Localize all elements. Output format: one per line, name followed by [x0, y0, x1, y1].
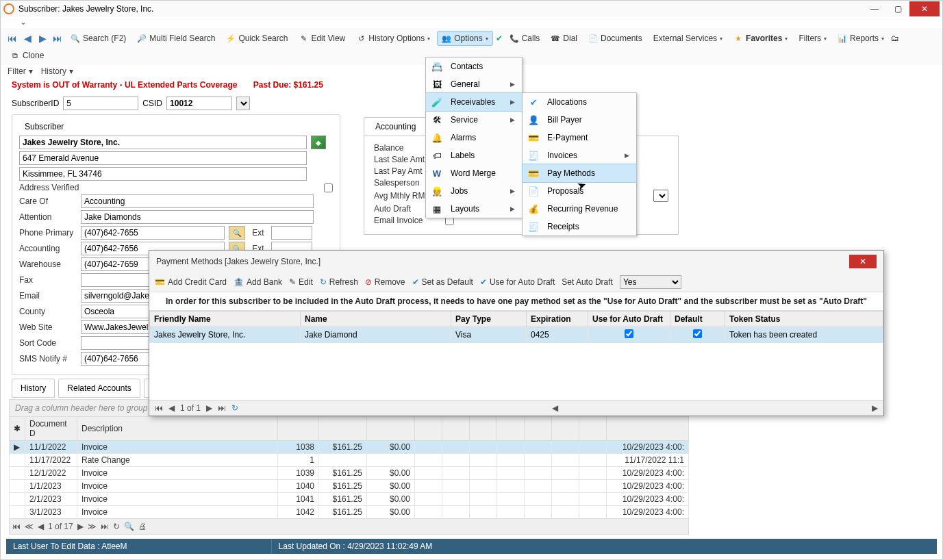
submenu-invoices[interactable]: 🧾Invoices▶ [523, 147, 636, 164]
pager-refresh-icon[interactable]: ↻ [113, 522, 120, 531]
history-dropdown[interactable]: History▾ [41, 66, 73, 76]
dial-button[interactable]: ☎Dial [546, 31, 581, 45]
dlg-pager-prev-icon[interactable]: ◀ [168, 403, 175, 413]
close-button[interactable]: ✕ [909, 1, 940, 16]
pager-prev-page-icon[interactable]: ≪ [25, 522, 34, 531]
address1-input[interactable] [19, 151, 307, 165]
menu-contacts[interactable]: 📇Contacts [426, 58, 522, 75]
history-row[interactable]: 3/1/2023Invoice1042$161.25$0.0010/29/202… [10, 506, 689, 519]
col-e2[interactable] [442, 417, 470, 441]
tab-history[interactable]: History [12, 379, 55, 398]
pager-print-icon[interactable]: 🖨 [138, 522, 147, 531]
submenu-epayment[interactable]: 💳E-Payment [523, 129, 636, 147]
col-amt[interactable] [319, 417, 367, 441]
maximize-button[interactable]: ▢ [886, 1, 909, 16]
menu-alarms[interactable]: 🔔Alarms [426, 129, 522, 147]
add-bank-button[interactable]: 🏦Add Bank [234, 277, 282, 287]
history-row[interactable]: 2/1/2023Invoice1041$161.25$0.0010/29/202… [10, 493, 689, 506]
history-row[interactable]: 12/1/2022Invoice1039$161.25$0.0010/29/20… [10, 467, 689, 480]
quick-search-button[interactable]: ⚡Quick Search [222, 31, 292, 45]
menu-layouts[interactable]: ▦Layouts▶ [426, 200, 522, 218]
history-row[interactable]: ▶11/1/2022Invoice1038$161.25$0.0010/29/2… [10, 441, 689, 454]
col-e6[interactable] [552, 417, 579, 441]
col-e4[interactable] [497, 417, 525, 441]
col-token-status[interactable]: Token Status [725, 311, 883, 327]
rmr-dropdown[interactable] [653, 190, 668, 202]
col-amt2[interactable] [367, 417, 415, 441]
use-auto-draft-button[interactable]: ✔Use for Auto Draft [480, 277, 555, 287]
pager-next-page-icon[interactable]: ≫ [88, 522, 97, 531]
remove-button[interactable]: ⊘Remove [365, 277, 405, 287]
col-name[interactable]: Name [301, 311, 451, 327]
submenu-allocations[interactable]: ✔Allocations [523, 93, 636, 111]
col-e1[interactable] [415, 417, 442, 441]
col-default[interactable]: Default [670, 311, 725, 327]
subscriber-name-input[interactable] [19, 136, 307, 149]
history-row[interactable]: 1/1/2023Invoice1040$161.25$0.0010/29/202… [10, 480, 689, 493]
use-auto-checkbox[interactable] [625, 329, 633, 338]
filter-dropdown[interactable]: Filter▾ [8, 66, 33, 76]
check-icon[interactable]: ✔ [496, 34, 503, 43]
pager-prev-icon[interactable]: ◀ [38, 522, 44, 531]
history-options-button[interactable]: ↺History Options▾ [352, 31, 434, 45]
menu-service[interactable]: 🛠Service▶ [426, 111, 522, 129]
col-friendly-name[interactable]: Friendly Name [150, 311, 301, 327]
col-use-auto-draft[interactable]: Use for Auto Draft [588, 311, 670, 327]
col-e3[interactable] [470, 417, 497, 441]
tab-related-accounts[interactable]: Related Accounts [58, 379, 140, 398]
attention-input[interactable] [81, 210, 314, 224]
minimize-button[interactable]: — [863, 1, 886, 16]
nav-last-icon[interactable]: ⏭ [51, 33, 64, 44]
col-expiration[interactable]: Expiration [527, 311, 588, 327]
nav-prev-icon[interactable]: ◀ [21, 33, 34, 44]
clone-button[interactable]: ⧉Clone [6, 49, 48, 62]
map-icon[interactable]: ◆ [311, 136, 326, 149]
menu-word-merge[interactable]: WWord Merge [426, 164, 522, 182]
dlg-hscroll-right-icon[interactable]: ▶ [872, 403, 878, 413]
multi-search-button[interactable]: 🔎Multi Field Search [133, 31, 219, 45]
phone-primary-input[interactable] [81, 226, 225, 240]
menu-general[interactable]: 🖼General▶ [426, 75, 522, 93]
submenu-recurring-revenue[interactable]: 💰Recurring Revenue [523, 200, 636, 218]
nav-first-icon[interactable]: ⏮ [6, 33, 18, 44]
favorites-button[interactable]: ★Favorites▾ [729, 31, 792, 45]
default-checkbox[interactable] [693, 329, 702, 338]
refresh-button[interactable]: ↻Refresh [320, 277, 358, 287]
col-num[interactable] [278, 417, 319, 441]
dlg-pager-refresh-icon[interactable]: ↻ [231, 403, 238, 413]
tab-accounting[interactable]: Accounting [364, 117, 427, 136]
phone-primary-ext-input[interactable] [271, 226, 312, 240]
pager-first-icon[interactable]: ⏮ [12, 522, 21, 531]
submenu-pay-methods[interactable]: 💳Pay Methods [523, 164, 636, 182]
col-pay-type[interactable]: Pay Type [451, 311, 527, 327]
row-indicator-header[interactable]: ✱ [10, 417, 25, 441]
set-auto-draft-select[interactable]: Yes [620, 275, 681, 289]
pager-next-icon[interactable]: ▶ [77, 522, 84, 531]
documents-button[interactable]: 📄Documents [584, 31, 646, 45]
calls-button[interactable]: 📞Calls [505, 31, 544, 45]
sms-input[interactable] [81, 352, 149, 366]
options-button[interactable]: 👥Options▾ [437, 31, 492, 46]
menu-jobs[interactable]: 👷Jobs▶ [426, 182, 522, 200]
ribbon-toggle[interactable]: ⌄ [1, 17, 942, 28]
submenu-bill-payer[interactable]: 👤Bill Payer [523, 111, 636, 129]
add-credit-card-button[interactable]: 💳Add Credit Card [155, 277, 227, 287]
col-updated[interactable] [607, 417, 689, 441]
nav-next-icon[interactable]: ▶ [36, 33, 49, 44]
edit-button[interactable]: ✎Edit [289, 277, 313, 287]
pager-search-icon[interactable]: 🔍 [124, 522, 134, 531]
search-button[interactable]: 🔍Search (F2) [66, 31, 130, 45]
menu-receivables[interactable]: 🧪Receivables▶ [426, 93, 522, 111]
dialog-grid[interactable]: Friendly Name Name Pay Type Expiration U… [149, 311, 883, 400]
csid-input[interactable] [166, 97, 232, 110]
col-e5[interactable] [525, 417, 552, 441]
dlg-hscroll-left-icon[interactable]: ◀ [552, 403, 558, 413]
col-desc[interactable]: Description [77, 417, 278, 441]
edit-view-button[interactable]: ✎Edit View [294, 31, 349, 45]
history-grid[interactable]: ✱ Document D Description ▶11/1/2022Invoi… [9, 416, 689, 532]
pager-last-icon[interactable]: ⏭ [101, 522, 109, 531]
dialog-close-button[interactable]: ✕ [849, 255, 877, 268]
filters-button[interactable]: Filters▾ [794, 31, 831, 45]
misc-icon[interactable]: 🗂 [891, 34, 899, 43]
payment-method-row[interactable]: Jakes Jewelry Store, Inc. Jake Diamond V… [150, 327, 883, 343]
